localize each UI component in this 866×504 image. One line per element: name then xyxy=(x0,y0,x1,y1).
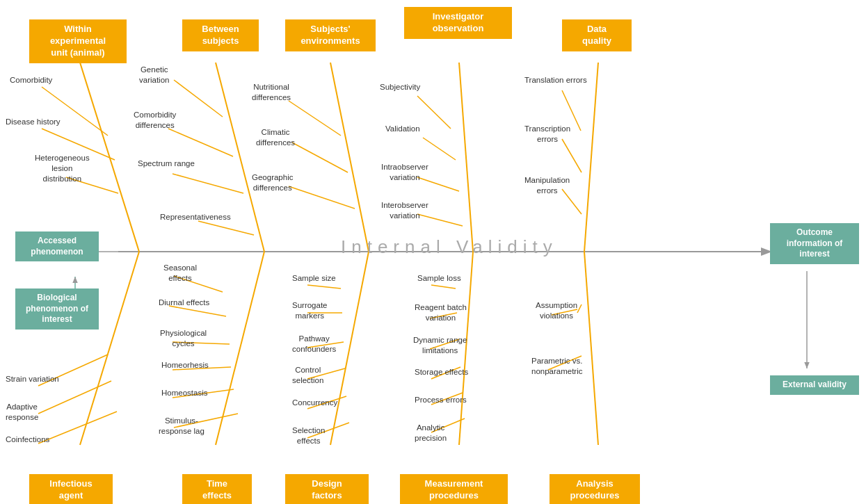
svg-line-16 xyxy=(289,101,341,136)
svg-line-18 xyxy=(289,186,355,209)
label-adaptive-response: Adaptiveresponse xyxy=(6,402,38,423)
label-genetic-variation: Geneticvariation xyxy=(139,65,169,86)
label-climatic-differences: Climaticdifferences xyxy=(256,127,295,148)
label-storage-effects: Storage effects xyxy=(415,367,468,377)
category-data-quality: Dataquality xyxy=(562,19,632,51)
biological-phenomenon-box: Biologicalphenomenon ofinterest xyxy=(15,288,99,330)
label-surrogate-markers: Surrogatemarkers xyxy=(292,300,328,321)
label-diurnal-effects: Diurnal effects xyxy=(159,298,209,308)
svg-line-53 xyxy=(584,252,598,445)
svg-line-11 xyxy=(174,80,223,117)
svg-line-14 xyxy=(198,221,254,235)
label-pathway-confounders: Pathwayconfounders xyxy=(292,334,336,355)
category-measurement-procedures: Measurementprocedures xyxy=(400,474,508,504)
svg-line-24 xyxy=(584,63,598,252)
label-selection-effects: Selectioneffects xyxy=(292,425,325,446)
category-analysis-procedures: Analysisprocedures xyxy=(550,474,640,504)
svg-line-20 xyxy=(417,96,451,129)
svg-line-30 xyxy=(38,381,111,414)
label-dynamic-range-limitations: Dynamic rangelimitations xyxy=(413,335,467,356)
label-strain-variation: Strain variation xyxy=(6,374,59,384)
svg-line-17 xyxy=(292,143,348,172)
label-transcription-errors: Transcriptionerrors xyxy=(524,124,570,145)
outcome-info-box: Outcomeinformation ofinterest xyxy=(770,223,859,264)
category-investigator-observation: Investigatorobservation xyxy=(404,7,512,39)
svg-line-47 xyxy=(431,285,456,288)
external-validity-box: External validity xyxy=(770,375,859,395)
label-sample-loss: Sample loss xyxy=(417,273,461,284)
label-nutritional-differences: Nutritionaldifferences xyxy=(252,82,291,103)
label-representativeness: Representativeness xyxy=(160,212,231,222)
fishbone-diagram: Internal Validity Within experimentaluni… xyxy=(0,0,866,504)
svg-line-15 xyxy=(330,63,369,252)
category-between-subjects: Betweensubjects xyxy=(182,19,259,51)
label-validation: Validation xyxy=(385,124,420,134)
svg-line-12 xyxy=(168,129,233,156)
svg-line-21 xyxy=(423,138,456,160)
label-reagent-batch-variation: Reagent batchvariation xyxy=(415,302,467,323)
label-manipulation-errors: Manipulationerrors xyxy=(524,175,570,196)
svg-line-40 xyxy=(307,285,341,288)
label-interobserver-variation: Interobservervariation xyxy=(381,200,428,221)
svg-line-32 xyxy=(216,252,264,445)
category-design-factors: Designfactors xyxy=(285,474,369,504)
label-comorbidity-differences: Comorbiditydifferences xyxy=(134,110,176,131)
label-sample-size: Sample size xyxy=(292,273,336,284)
svg-line-28 xyxy=(80,252,139,445)
label-concurrency: Concurrency xyxy=(292,398,337,408)
svg-line-31 xyxy=(38,412,117,444)
label-subjectivity: Subjectivity xyxy=(380,82,420,92)
label-comorbidity: Comorbidity xyxy=(10,75,52,86)
category-subjects-environments: Subjects'environments xyxy=(285,19,376,51)
label-stimulus-response-lag: Stimulus-response lag xyxy=(159,416,205,437)
label-coinfections: Coinfections xyxy=(6,434,49,445)
label-intraobserver-variation: Intraobservervariation xyxy=(381,162,428,183)
label-control-selection: Controlselection xyxy=(292,365,323,386)
label-assumption-violations: Assumptionviolations xyxy=(536,300,577,321)
label-geographic-differences: Geographicdifferences xyxy=(252,172,293,193)
category-within-experimental: Within experimentalunit (animal) xyxy=(29,19,127,63)
label-process-errors: Process errors xyxy=(415,395,467,405)
center-label: Internal Validity xyxy=(341,236,558,258)
label-translation-errors: Translation errors xyxy=(524,75,587,86)
label-spectrum-range: Spectrum range xyxy=(138,158,195,169)
svg-line-13 xyxy=(173,174,243,193)
label-analytic-precision: Analyticprecision xyxy=(415,423,447,444)
label-physiological-cycles: Physiologicalcycles xyxy=(160,328,207,349)
category-time-effects: Timeeffects xyxy=(182,474,252,504)
svg-line-19 xyxy=(459,63,473,252)
label-disease-history: Disease history xyxy=(6,117,61,127)
label-parametric-nonparametric: Parametric vs.nonparametric xyxy=(531,356,583,377)
category-infectious-agent: Infectiousagent xyxy=(29,474,113,504)
label-homeostasis: Homeostasis xyxy=(161,388,207,398)
svg-line-54 xyxy=(577,304,582,313)
label-heterogeneous-lesion: Heterogeneouslesiondistribution xyxy=(35,153,90,184)
label-seasonal-effects: Seasonaleffects xyxy=(163,263,197,284)
label-homeorhesis: Homeorhesis xyxy=(161,360,209,371)
svg-line-7 xyxy=(42,87,108,136)
accessed-phenomenon-box: Accessedphenomenon xyxy=(15,231,99,261)
